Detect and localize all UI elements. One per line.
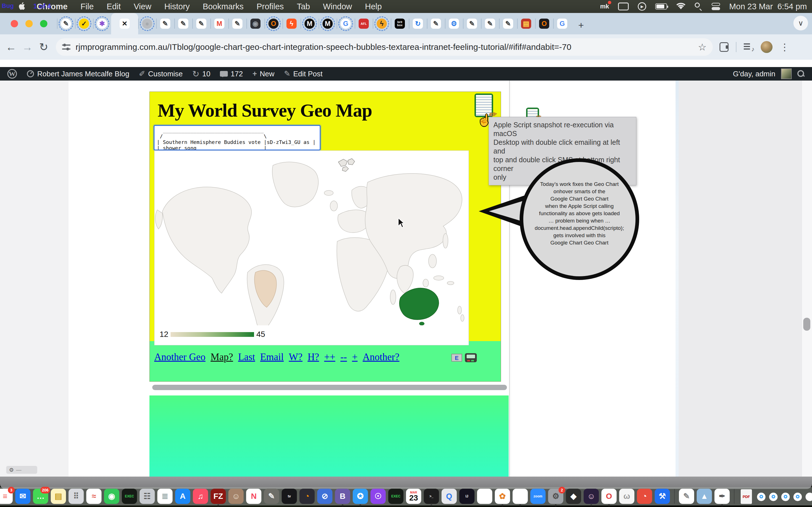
dock-app[interactable]: MAR 23 <box>406 489 421 504</box>
dock-app[interactable]: ▲ <box>697 489 712 504</box>
page-link[interactable]: Last <box>238 351 255 363</box>
dock-app[interactable]: ☉ <box>370 489 386 504</box>
page-link[interactable]: Another? <box>363 351 399 363</box>
dock-app[interactable]: ✪ <box>756 489 766 504</box>
pinned-tab[interactable]: ✕ <box>111 13 138 34</box>
pinned-tab[interactable]: ✓ <box>75 13 93 34</box>
dock-app[interactable]: B <box>335 489 350 504</box>
zoom-window-button[interactable] <box>40 20 47 27</box>
dock-app[interactable]: ◔ <box>637 489 652 504</box>
device-icon[interactable] <box>465 353 477 362</box>
menu-help[interactable]: Help <box>365 2 382 11</box>
dock-app[interactable]: ☺ <box>583 489 599 504</box>
menu-file[interactable]: File <box>81 2 94 11</box>
apple-script-note-icon[interactable]: ✏ ☝ <box>474 94 493 117</box>
dock-app[interactable]: tv <box>282 489 297 504</box>
adminbar-edit-post[interactable]: ✎ Edit Post <box>284 69 322 78</box>
url-text[interactable]: rjmprogramming.com.au/ITblog/google-char… <box>75 42 694 52</box>
pinned-tab[interactable]: ✎ <box>156 13 174 34</box>
pinned-tab[interactable]: ✎ <box>499 13 517 34</box>
wordpress-logo[interactable]: W <box>7 69 17 78</box>
dock-app[interactable]: ⚙ 2 <box>548 489 563 504</box>
pinned-tab[interactable]: ✎ <box>174 13 192 34</box>
pinned-tab[interactable]: G <box>337 13 355 34</box>
dock-app[interactable]: zoom <box>530 489 546 504</box>
page-link[interactable]: + <box>352 351 358 363</box>
new-tab-button[interactable]: + <box>574 18 588 32</box>
close-window-button[interactable] <box>11 20 18 27</box>
dock-app[interactable]: Q <box>442 489 457 504</box>
menu-history[interactable]: History <box>164 2 190 11</box>
dock-app[interactable]: ✉ <box>15 489 31 504</box>
world-map-svg[interactable] <box>154 151 469 325</box>
dock-app[interactable]: ✪ <box>793 489 802 504</box>
dock-app[interactable]: O <box>601 489 617 504</box>
dock-app[interactable]: ✪ <box>353 489 368 504</box>
reload-button[interactable]: ↻ <box>36 41 52 53</box>
adminbar-search-icon[interactable] <box>797 70 805 77</box>
map-region-australia[interactable] <box>400 288 439 320</box>
dock-app[interactable]: IJ <box>459 489 474 504</box>
adminbar-customise[interactable]: ✐ Customise <box>139 69 183 78</box>
email-icon[interactable] <box>451 354 462 362</box>
dock-app[interactable] <box>513 489 528 504</box>
menu-view[interactable]: View <box>134 2 151 11</box>
pinned-tab[interactable]: ● <box>138 13 156 34</box>
dock-app[interactable]: ≈ <box>86 489 101 504</box>
dock-app[interactable]: ♫ <box>193 489 208 504</box>
menu-profiles[interactable]: Profiles <box>257 2 284 11</box>
dock-app[interactable]: ◉ <box>104 489 119 504</box>
dock-app[interactable]: ✪ <box>769 489 778 504</box>
dock-app[interactable] <box>805 489 812 504</box>
pinned-tab[interactable]: M <box>301 13 319 34</box>
keyboard-status-icon[interactable] <box>618 3 629 10</box>
dock-app[interactable]: ☺ <box>229 489 244 504</box>
dock-app[interactable] <box>477 489 492 504</box>
page-link[interactable]: W? <box>289 351 303 363</box>
menu-window[interactable]: Window <box>323 2 352 11</box>
pinned-tab[interactable]: O <box>264 13 283 34</box>
page-settings-pill[interactable]: ⚙— <box>6 466 37 474</box>
adminbar-new[interactable]: + New <box>253 69 274 78</box>
admin-avatar[interactable] <box>781 68 792 79</box>
horizontal-scrollbar-thumb[interactable] <box>152 385 507 390</box>
pinned-tab[interactable]: ✎ <box>192 13 210 34</box>
chrome-menu-icon[interactable]: ⋮ <box>780 41 790 53</box>
control-center-icon[interactable] <box>712 2 720 11</box>
dock-app[interactable]: EXEC <box>122 489 137 504</box>
speech-bubble-textarea[interactable]: _________________________________ / \ | … <box>154 125 320 151</box>
pinned-tab[interactable]: ▤ <box>517 13 535 34</box>
pinned-tab[interactable]: ✱ <box>93 13 111 34</box>
adminbar-site-name[interactable]: Robert James Metcalfe Blog <box>27 69 130 78</box>
dock-app[interactable]: ✎ <box>679 489 694 504</box>
dock-app[interactable]: EXEC <box>388 489 403 504</box>
dock-app[interactable]: >_ <box>424 489 439 504</box>
pinned-tab[interactable]: ✎ <box>229 13 246 34</box>
adminbar-greeting[interactable]: G'day, admin <box>733 69 775 78</box>
dock-app[interactable]: ◆ <box>566 489 581 504</box>
back-button[interactable]: ← <box>3 41 19 53</box>
dock-app[interactable]: PDF <box>739 489 754 504</box>
forward-button[interactable]: → <box>19 41 36 53</box>
address-bar[interactable]: rjmprogramming.com.au/ITblog/google-char… <box>56 38 713 56</box>
apple-menu-icon[interactable] <box>18 2 26 11</box>
pinned-tab[interactable]: ✎ <box>57 13 75 34</box>
dock-app[interactable]: A <box>175 489 190 504</box>
wifi-icon[interactable] <box>676 2 686 11</box>
pinned-tab[interactable]: ϟ <box>283 13 301 34</box>
dock-app[interactable]: ☷ <box>140 489 155 504</box>
vertical-scrollbar-track[interactable] <box>802 80 812 476</box>
dock-app[interactable]: ω <box>619 489 635 504</box>
spotlight-search-icon[interactable] <box>695 3 703 10</box>
side-panel-icon[interactable] <box>719 42 728 52</box>
menu-edit[interactable]: Edit <box>107 2 121 11</box>
site-settings-icon[interactable] <box>62 43 70 51</box>
dock-app[interactable]: FZ <box>211 489 226 504</box>
tab-search-button[interactable]: ∨ <box>794 16 808 31</box>
dock-app[interactable]: ⠿ <box>68 489 84 504</box>
profile-avatar[interactable] <box>761 41 772 53</box>
bookmark-star-icon[interactable]: ☆ <box>698 41 707 53</box>
pinned-tab[interactable]: brit box <box>391 13 409 34</box>
page-link[interactable]: -- <box>340 351 347 363</box>
menu-bookmarks[interactable]: Bookmarks <box>203 2 244 11</box>
